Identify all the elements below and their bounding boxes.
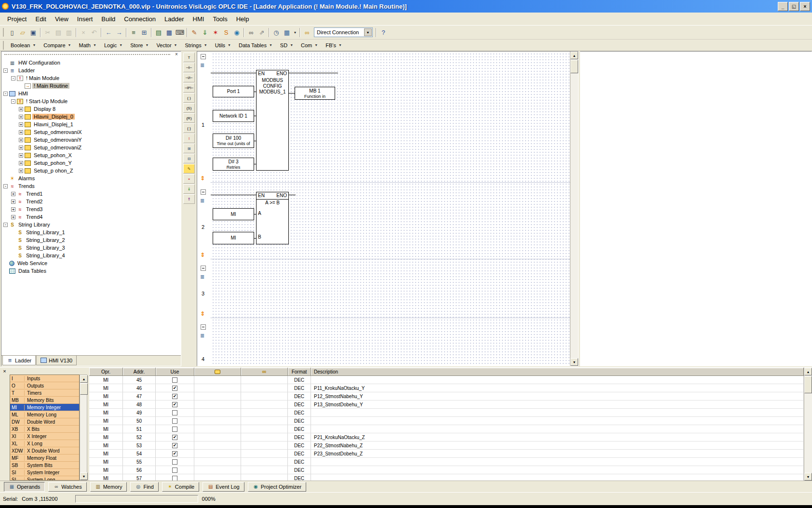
menu-edit[interactable]: Edit [31,14,50,24]
collapse-rung-icon[interactable] [201,189,206,195]
operand-type-mf[interactable]: MFMemory Float [10,455,79,462]
tree-expander-icon[interactable]: + [11,200,15,204]
use-checkbox[interactable] [172,386,177,391]
export-subroutine[interactable]: ⇑ [183,194,195,204]
open-project-icon[interactable]: ▱ [17,27,28,38]
net-divider-icon[interactable] [200,175,205,182]
tree-expander-icon[interactable]: - [3,68,8,73]
operand-type-xl[interactable]: XLX Long [10,440,79,447]
column-header-use[interactable]: Use [156,368,194,376]
hmi-view-icon[interactable]: ▦ [164,27,175,38]
operands-close-icon[interactable] [1,369,8,375]
operand-row[interactable]: MI55DEC [89,458,804,466]
menu-hmi[interactable]: HMI [189,14,209,24]
webserver-icon[interactable]: ◉ [231,27,242,38]
operand-type-t[interactable]: TTimers [10,389,79,397]
modbus-config-block[interactable]: EN ENO MODBUS CONFIG MODBUS_1 [256,70,289,171]
tree-expander-icon[interactable]: - [3,92,8,96]
tree-item-string-library-3[interactable]: String_Library_3 [1,244,181,252]
coil-toggle[interactable]: { } [183,123,195,133]
operand-row[interactable]: MI46DECP11_KrokuNaOtacku_Y [89,384,804,392]
tree-item-display-8[interactable]: +Display 8 [1,105,181,113]
menu-connection[interactable]: Connection [120,14,160,24]
operand-type-xdw[interactable]: XDWX Double Word [10,447,79,455]
operand-row[interactable]: MI48DECP13_StmostDobehu_Y [89,401,804,409]
tree-item-data-tables[interactable]: Data Tables [1,267,181,275]
tree-item-string-library-1[interactable]: String_Library_1 [1,228,181,236]
use-checkbox[interactable] [172,418,177,424]
column-header-icon-3[interactable] [194,368,241,376]
forward-icon[interactable]: → [114,27,124,38]
tree-tab-ladder[interactable]: Ladder [2,356,36,365]
ladder-vscroll[interactable] [570,52,578,366]
transition-contacts[interactable]: ↕ [183,134,195,143]
rung-icon[interactable] [200,274,204,280]
scroll-up-icon[interactable] [80,375,88,383]
restore-button[interactable]: ◱ [789,2,799,11]
tree-item-hlavni-displej-1[interactable]: +Hlavni_Displej_1 [1,120,181,128]
tree-item-trend4[interactable]: +Trend4 [1,213,181,221]
use-checkbox[interactable] [172,459,177,465]
use-checkbox[interactable] [172,468,177,473]
pointer-tool[interactable]: T [183,53,195,62]
tree-expander-icon[interactable]: - [3,184,8,188]
tab-watches[interactable]: Watches [48,482,86,492]
tree-item-web-service[interactable]: Web Service [1,259,181,267]
tree-item-trend3[interactable]: +Trend3 [1,205,181,213]
menu-tools[interactable]: Tools [208,14,231,24]
tree-expander-icon[interactable]: + [19,169,23,173]
column-header-format[interactable]: Format [288,368,311,376]
operand-row[interactable]: MI56DEC [89,466,804,474]
scroll-up-icon[interactable] [804,368,812,375]
title-bar[interactable]: V130_FRK_POLOHOVACI_JEDNOTKA_000.vlp - U… [0,0,812,13]
operand-row[interactable]: MI53DECP22_StmostNabehu_Z [89,441,804,450]
menu-ladder[interactable]: Ladder [160,14,188,24]
verify-icon[interactable]: ✎ [189,27,200,38]
contact-positive-transition[interactable]: ⊣P⊢ [183,83,195,93]
tab-project-optimizer[interactable]: Project Optimizer [248,482,306,492]
tree-item-trend2[interactable]: +Trend2 [1,198,181,205]
tree-expander-icon[interactable]: + [19,122,23,127]
tree-expander-icon[interactable]: - [11,99,15,104]
operand-box-a[interactable]: MI [213,208,254,220]
collapse-rung-icon[interactable] [201,266,206,271]
keyboard-icon[interactable]: ⌨ [175,27,185,38]
coil-reset[interactable]: (R) [183,113,195,123]
tab-find[interactable]: Find [130,482,158,492]
operand-type-sl[interactable]: SLSystem Long [10,476,79,481]
column-header-opr[interactable]: Opr. [89,368,123,376]
operand-box-retries[interactable]: D# 3 Retries [213,158,254,171]
operand-row[interactable]: MI50DEC [89,417,804,425]
project-navigation-icon[interactable]: ≡ [128,27,139,38]
group-data-tables[interactable]: Data Tables▼ [235,41,276,49]
ladder-view-icon[interactable]: ▤ [153,27,164,38]
scroll-thumb[interactable] [570,60,578,73]
find-icon[interactable]: ∞ [246,27,257,38]
tree-item-setup-p-ohon-z[interactable]: +Setup_p ohon_Z [1,167,181,174]
rung-icon[interactable] [200,198,204,204]
rung-icon[interactable] [200,333,204,339]
tree-drag-handle[interactable] [4,54,170,55]
use-checkbox[interactable] [172,435,177,440]
operand-box-network-id[interactable]: Network ID 1 [213,110,254,122]
tree-item-main-routine[interactable]: ! Main Routine [1,82,181,90]
operand-row[interactable]: MI45DEC [89,376,804,384]
scroll-thumb[interactable] [804,376,812,393]
tree-expander-icon[interactable]: + [11,192,15,196]
tree-item-setup-odmerovanix[interactable]: +Setup_odmerovaniX [1,128,181,136]
operand-type-mb[interactable]: MBMemory Bits [10,397,79,404]
operand-row[interactable]: MI52DECP21_KrokuNaOtacku_Z [89,433,804,441]
online-test-dropdown-icon[interactable]: ▼ [292,27,298,38]
tree-expander-icon[interactable]: - [3,223,8,227]
tree-item-hmi[interactable]: -HMI [1,90,181,97]
tree-tab-hmi-v130[interactable]: HMI V130 [36,356,77,365]
operand-type-si[interactable]: SISystem Integer [10,469,79,476]
collapse-net[interactable]: ⊟ [183,154,195,163]
stop-plc-icon[interactable]: S [221,27,231,38]
scroll-down-icon[interactable] [570,358,578,366]
tree-expander-icon[interactable]: + [19,130,23,134]
group-vector[interactable]: Vector▼ [152,41,181,49]
group-compare[interactable]: Compare▼ [40,41,75,49]
close-button[interactable]: × [800,2,810,11]
operand-type-ml[interactable]: MLMemory Long [10,411,79,418]
